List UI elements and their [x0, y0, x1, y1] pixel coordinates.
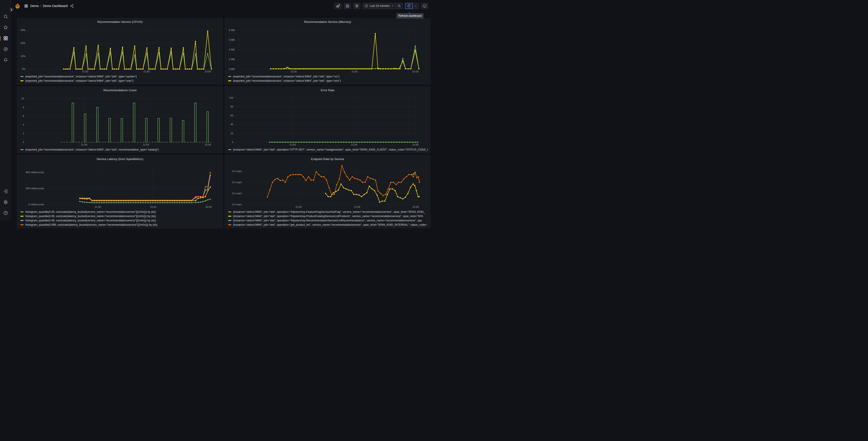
share-icon[interactable]	[70, 4, 74, 8]
memory-legend: {exported_job="recommendationservice", i…	[227, 74, 428, 83]
legend-swatch	[20, 80, 24, 81]
nav-sidebar	[0, 0, 11, 220]
svg-text:2 MB: 2 MB	[229, 58, 235, 61]
legend-swatch	[228, 211, 231, 212]
add-panel-button[interactable]	[334, 3, 342, 9]
zoom-out-time-button[interactable]	[396, 3, 403, 9]
panel-endpoint-rate: Endpoint Rate by Service 21:5021:5522:00…	[225, 155, 430, 220]
time-controls: Last 15 minutes	[363, 3, 403, 9]
legend-label: {exported_job="recommendationservice", i…	[25, 75, 137, 78]
cpu-chart[interactable]: 21:5021:5522:000%10%20%30%	[20, 25, 220, 74]
legend-item[interactable]: {exported_job="recommendationservice", i…	[20, 147, 220, 152]
svg-text:4: 4	[23, 123, 24, 126]
dashboard-settings-button[interactable]	[353, 3, 361, 9]
endpoint-rate-chart[interactable]: 21:5021:5522:000.0 req/s0.1 req/s0.2 req…	[227, 161, 428, 209]
svg-text:22:00: 22:00	[205, 70, 211, 73]
legend-item[interactable]: histogram_quantile(0.95, sum(rate(latenc…	[20, 214, 220, 218]
legend-item[interactable]: histogram_quantile(0.99, sum(rate(latenc…	[20, 218, 220, 220]
refresh-dashboard-button[interactable]	[405, 3, 413, 9]
breadcrumb-page-title[interactable]: Demo Dashboard	[43, 4, 68, 8]
svg-text:60: 60	[230, 114, 233, 117]
service-latency-legend: histogram_quantile(0.50, sum(rate(latenc…	[20, 209, 220, 220]
help-icon	[3, 210, 8, 216]
legend-item[interactable]: {exported_job="recommendationservice", i…	[20, 79, 220, 83]
sidebar-item-search[interactable]	[2, 13, 9, 21]
add-panel-icon	[336, 4, 340, 8]
svg-text:21:50: 21:50	[82, 70, 88, 73]
legend-item[interactable]: {exported_job="recommendationservice", i…	[228, 74, 428, 79]
sidebar-item-dashboards[interactable]	[2, 35, 9, 42]
legend-swatch	[228, 76, 231, 77]
compass-icon	[3, 47, 8, 53]
legend-item[interactable]: {instance="otelcol:9464", job="otel", op…	[228, 214, 428, 218]
svg-text:0 MB: 0 MB	[229, 68, 235, 70]
svg-text:30%: 30%	[21, 29, 26, 31]
endpoint-rate-legend: {instance="otelcol:9464", job="otel", op…	[227, 209, 428, 220]
panel-title[interactable]: Error Rate	[227, 88, 428, 93]
gear-icon	[355, 4, 359, 8]
save-icon	[345, 4, 349, 8]
panel-recommendations-count: Recommendations Count 21:5021:5522:00024…	[17, 86, 223, 153]
svg-text:21:50: 21:50	[81, 143, 87, 146]
search-icon	[3, 14, 8, 20]
dashboard-toolbar: Last 15 minutes	[334, 3, 428, 9]
panel-title[interactable]: Recommendation Service (CPU%)	[20, 20, 220, 25]
svg-text:22:00: 22:00	[206, 206, 212, 208]
sidebar-item-signin[interactable]	[2, 188, 9, 196]
svg-text:200 milliseconds: 200 milliseconds	[26, 187, 44, 190]
time-range-label: Last 15 minutes	[370, 4, 390, 7]
refresh-icon	[407, 4, 411, 8]
breadcrumb-section[interactable]: Demo	[30, 4, 39, 8]
svg-text:22:00: 22:00	[412, 143, 418, 146]
legend-label: {exported_job="recommendationservice", i…	[25, 79, 133, 82]
star-icon	[3, 25, 8, 31]
panel-title[interactable]: Endpoint Rate by Service	[227, 157, 428, 161]
dashboards-grid-icon	[3, 36, 8, 42]
sidebar-item-help[interactable]	[2, 210, 9, 217]
panel-title[interactable]: Recommendations Count	[20, 88, 220, 93]
panel-title[interactable]: Recommendation Service (Memory)	[227, 20, 428, 25]
time-range-picker[interactable]: Last 15 minutes	[363, 3, 396, 9]
svg-text:0 milliseconds: 0 milliseconds	[29, 203, 44, 206]
chevron-down-icon	[391, 4, 394, 7]
sidebar-item-configuration[interactable]	[2, 199, 9, 206]
recommendations-count-chart[interactable]: 21:5021:5522:000246810	[20, 93, 220, 147]
grafana-logo[interactable]	[14, 3, 21, 9]
svg-text:0.1 req/s: 0.1 req/s	[232, 192, 242, 195]
sidebar-expand-button[interactable]: ❯	[9, 7, 13, 12]
top-navbar: Demo / Demo Dashboard Last 15 minutes	[11, 0, 434, 12]
panel-title[interactable]: Service Latency (from SpanMetrics)	[20, 157, 220, 161]
refresh-interval-dropdown[interactable]	[413, 3, 419, 9]
legend-item[interactable]: {exported_job="recommendationservice", i…	[20, 74, 220, 79]
save-dashboard-button[interactable]	[344, 3, 351, 9]
legend-label: histogram_quantile(0.50, sum(rate(latenc…	[25, 210, 156, 213]
legend-label: {exported_job="recommendationservice", i…	[233, 75, 339, 78]
svg-text:10: 10	[21, 97, 24, 100]
svg-text:21:55: 21:55	[143, 143, 149, 146]
tv-monitor-icon	[423, 4, 427, 8]
sidebar-item-alerting[interactable]	[2, 57, 9, 64]
legend-item[interactable]: {exported_job="recommendationservice", i…	[228, 79, 428, 83]
error-rate-chart[interactable]: 21:5021:5522:00020406080100	[227, 93, 428, 147]
bell-icon	[3, 58, 8, 63]
svg-text:100: 100	[229, 96, 233, 99]
clock-icon	[365, 4, 368, 8]
legend-item[interactable]: histogram_quantile(0.50, sum(rate(latenc…	[20, 210, 220, 214]
legend-item[interactable]: {instance="otelcol:9464", job="otel", op…	[228, 210, 428, 214]
memory-chart[interactable]: 21:5021:5522:000 MB2 MB4 MB6 MB8 MB	[227, 25, 428, 74]
legend-swatch	[228, 80, 231, 81]
legend-item[interactable]: {instance="otelcol:9464", job="otel", op…	[228, 218, 428, 220]
svg-text:8: 8	[23, 106, 24, 109]
legend-item[interactable]: {instance="otelcol:9464", job="otel", op…	[228, 147, 428, 152]
sidebar-item-starred[interactable]	[2, 24, 9, 32]
legend-label: {exported_job="recommendationservice", i…	[25, 148, 159, 151]
service-latency-chart[interactable]: 21:5021:5522:000 milliseconds200 millise…	[20, 161, 220, 209]
svg-text:2: 2	[23, 132, 24, 135]
svg-text:21:50: 21:50	[290, 70, 297, 73]
gear-icon	[3, 200, 8, 206]
legend-label: histogram_quantile(0.95, sum(rate(latenc…	[25, 215, 156, 218]
panel-service-latency: Service Latency (from SpanMetrics) 21:50…	[17, 155, 223, 220]
legend-swatch	[228, 149, 231, 150]
sidebar-item-explore[interactable]	[2, 46, 9, 53]
cycle-view-mode-button[interactable]	[421, 3, 428, 9]
